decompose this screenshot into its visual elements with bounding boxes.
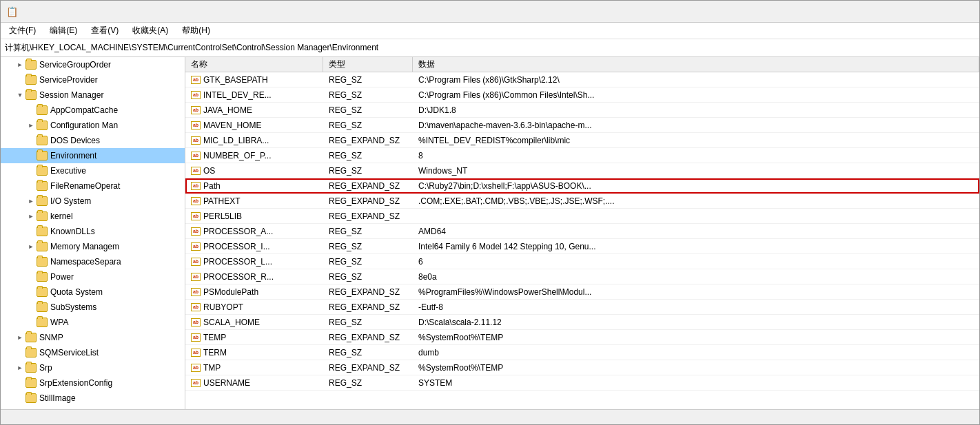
- menu-item[interactable]: 帮助(H): [176, 23, 216, 38]
- sidebar-item[interactable]: ►ServiceGroupOrder: [1, 57, 185, 72]
- expand-icon[interactable]: [14, 347, 25, 358]
- folder-icon: [37, 121, 48, 130]
- cell-type: REG_SZ: [323, 271, 413, 282]
- expand-icon[interactable]: [25, 271, 37, 282]
- reg-value-icon: ab: [191, 182, 201, 190]
- table-row[interactable]: abSCALA_HOMEREG_SZD:\Scala\scala-2.11.12: [185, 315, 979, 330]
- cell-name: abINTEL_DEV_RE...: [185, 90, 323, 101]
- table-row[interactable]: abPSModulePathREG_EXPAND_SZ%ProgramFiles…: [185, 284, 979, 300]
- expand-icon[interactable]: ►: [25, 211, 37, 222]
- reg-value-icon: ab: [191, 303, 201, 311]
- cell-type: REG_SZ: [323, 377, 413, 388]
- table-row[interactable]: abPROCESSOR_L...REG_SZ6: [185, 254, 979, 269]
- expand-icon[interactable]: [25, 256, 37, 267]
- sidebar-item[interactable]: FileRenameOperat: [1, 178, 185, 194]
- folder-icon: [37, 136, 48, 145]
- expand-icon[interactable]: ►: [25, 196, 37, 207]
- cell-type: REG_SZ: [323, 105, 413, 116]
- table-row[interactable]: abPATHEXTREG_EXPAND_SZ.COM;.EXE;.BAT;.CM…: [185, 194, 979, 209]
- expand-icon[interactable]: [25, 180, 37, 191]
- value-name: INTEL_DEV_RE...: [203, 90, 272, 100]
- table-row[interactable]: abINTEL_DEV_RE...REG_SZC:\Program Files …: [185, 87, 979, 103]
- expand-icon[interactable]: ▼: [14, 90, 25, 101]
- expand-icon[interactable]: ►: [14, 362, 25, 373]
- sidebar-item[interactable]: ►I/O System: [1, 194, 185, 209]
- sidebar-item[interactable]: NamespaceSepara: [1, 254, 185, 269]
- sidebar-item[interactable]: SrpExtensionConfig: [1, 375, 185, 391]
- expand-icon[interactable]: ►: [14, 59, 25, 70]
- reg-value-icon: ab: [191, 364, 201, 372]
- cell-type: REG_EXPAND_SZ: [323, 302, 413, 313]
- sidebar-item[interactable]: AppCompatCache: [1, 103, 185, 118]
- close-button[interactable]: [942, 1, 974, 23]
- expand-icon[interactable]: [25, 226, 37, 237]
- sidebar-item[interactable]: ►Configuration Man: [1, 118, 185, 133]
- cell-name: abPROCESSOR_R...: [185, 271, 323, 282]
- table-row[interactable]: abRUBYOPTREG_EXPAND_SZ-Eutf-8: [185, 300, 979, 315]
- expand-icon[interactable]: ►: [25, 241, 37, 252]
- expand-icon[interactable]: [25, 317, 37, 328]
- expand-icon[interactable]: [25, 105, 37, 116]
- sidebar-item[interactable]: ►SNMP: [1, 330, 185, 345]
- content-panel: 名称 类型 数据 abGTK_BASEPATHREG_SZC:\Program …: [185, 57, 979, 409]
- sidebar-item[interactable]: Environment: [1, 148, 185, 163]
- sidebar-item[interactable]: ►Memory Managem: [1, 239, 185, 254]
- sidebar-item[interactable]: DOS Devices: [1, 133, 185, 148]
- breadcrumb[interactable]: 计算机\HKEY_LOCAL_MACHINE\SYSTEM\CurrentCon…: [1, 39, 979, 57]
- sidebar-item[interactable]: SQMServiceList: [1, 345, 185, 360]
- registry-editor-window: 📋 文件(F)编辑(E)查看(V)收藏夹(A)帮助(H) 计算机\HKEY_LO…: [0, 0, 980, 425]
- sidebar-item[interactable]: ▼Session Manager: [1, 87, 185, 103]
- cell-data: C:\Program Files (x86)\Common Files\Inte…: [413, 90, 979, 101]
- table-row[interactable]: abPROCESSOR_A...REG_SZAMD64: [185, 224, 979, 239]
- value-name: USERNAME: [203, 378, 250, 388]
- expand-icon[interactable]: [25, 150, 37, 161]
- expand-icon[interactable]: [25, 287, 37, 298]
- sidebar-item[interactable]: KnownDLLs: [1, 224, 185, 239]
- sidebar-item[interactable]: ServiceProvider: [1, 72, 185, 87]
- table-row[interactable]: abPathREG_EXPAND_SZC:\Ruby27\bin;D:\xshe…: [185, 178, 979, 194]
- table-row[interactable]: abUSERNAMEREG_SZSYSTEM: [185, 375, 979, 391]
- sidebar-item[interactable]: Executive: [1, 163, 185, 178]
- table-row[interactable]: abJAVA_HOMEREG_SZD:\JDK1.8: [185, 103, 979, 118]
- folder-icon: [25, 348, 37, 357]
- cell-data: [413, 216, 979, 217]
- sidebar-item[interactable]: StillImage: [1, 391, 185, 406]
- table-row[interactable]: abGTK_BASEPATHREG_SZC:\Program Files (x8…: [185, 72, 979, 87]
- expand-icon[interactable]: [14, 74, 25, 85]
- table-row[interactable]: abPERL5LIBREG_EXPAND_SZ: [185, 209, 979, 224]
- expand-icon[interactable]: [14, 393, 25, 404]
- table-row[interactable]: abPROCESSOR_R...REG_SZ8e0a: [185, 269, 979, 284]
- sidebar-item[interactable]: ►kernel: [1, 209, 185, 224]
- sidebar-item[interactable]: Quota System: [1, 284, 185, 300]
- cell-type: REG_EXPAND_SZ: [323, 332, 413, 343]
- menu-item[interactable]: 收藏夹(A): [127, 23, 174, 38]
- expand-icon[interactable]: ►: [14, 332, 25, 343]
- table-row[interactable]: abTEMPREG_EXPAND_SZ%SystemRoot%\TEMP: [185, 330, 979, 345]
- maximize-button[interactable]: [910, 1, 942, 23]
- expand-icon[interactable]: [14, 377, 25, 388]
- table-row[interactable]: abOSREG_SZWindows_NT: [185, 163, 979, 178]
- expand-icon[interactable]: [25, 135, 37, 146]
- table-row[interactable]: abNUMBER_OF_P...REG_SZ8: [185, 148, 979, 163]
- menu-item[interactable]: 文件(F): [3, 23, 41, 38]
- table-row[interactable]: abMIC_LD_LIBRA...REG_EXPAND_SZ%INTEL_DEV…: [185, 133, 979, 148]
- sidebar-item[interactable]: WPA: [1, 315, 185, 330]
- menu-item[interactable]: 编辑(E): [44, 23, 83, 38]
- reg-value-icon: ab: [191, 91, 201, 99]
- expand-icon[interactable]: [25, 302, 37, 313]
- table-row[interactable]: abTERMREG_SZdumb: [185, 345, 979, 360]
- sidebar-item[interactable]: ►Srp: [1, 360, 185, 375]
- expand-icon[interactable]: [25, 165, 37, 176]
- sidebar[interactable]: ►ServiceGroupOrderServiceProvider▼Sessio…: [1, 57, 185, 409]
- table-row[interactable]: abPROCESSOR_I...REG_SZIntel64 Family 6 M…: [185, 239, 979, 254]
- value-name: TMP: [203, 363, 221, 373]
- table-row[interactable]: abTMPREG_EXPAND_SZ%SystemRoot%\TEMP: [185, 360, 979, 375]
- sidebar-item[interactable]: SubSystems: [1, 300, 185, 315]
- minimize-button[interactable]: [879, 1, 910, 23]
- cell-name: abPATHEXT: [185, 196, 323, 207]
- menu-item[interactable]: 查看(V): [85, 23, 124, 38]
- expand-icon[interactable]: ►: [25, 120, 37, 131]
- sidebar-item[interactable]: Power: [1, 269, 185, 284]
- registry-table[interactable]: 名称 类型 数据 abGTK_BASEPATHREG_SZC:\Program …: [185, 57, 979, 409]
- table-row[interactable]: abMAVEN_HOMEREG_SZD:\maven\apache-maven-…: [185, 118, 979, 133]
